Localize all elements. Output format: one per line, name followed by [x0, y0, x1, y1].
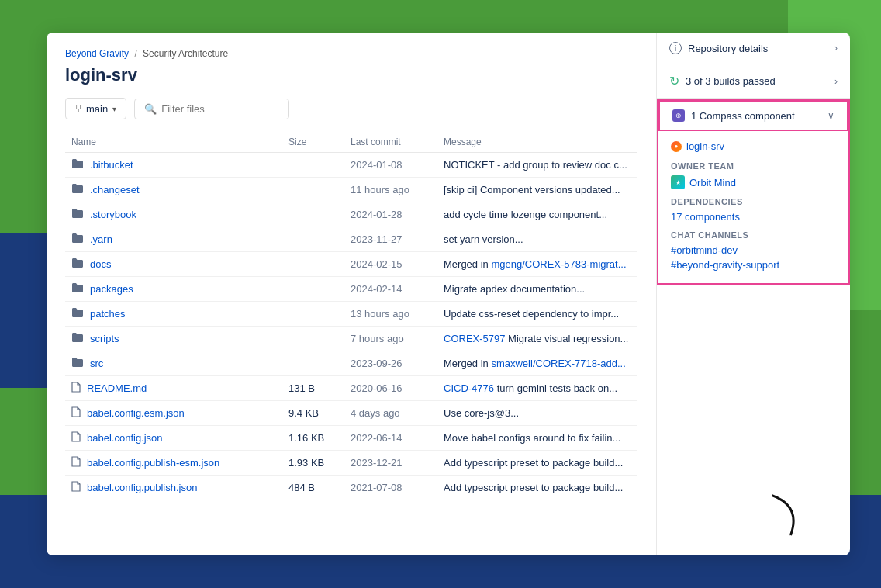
folder-icon [71, 183, 84, 196]
file-commit: 4 days ago [344, 401, 437, 426]
file-name-link[interactable]: .storybook [90, 209, 136, 220]
commit-link[interactable]: CICD-4776 [444, 382, 494, 394]
file-name-link[interactable]: babel.config.publish.json [87, 482, 197, 493]
chat-channels-label: Chat channels [671, 230, 836, 240]
file-name-link[interactable]: .bitbucket [90, 159, 133, 171]
file-name-link[interactable]: .changeset [90, 184, 140, 195]
table-row: babel.config.publish-esm.json1.93 KB2023… [65, 451, 637, 476]
file-message: Merged in smaxwell/COREX-7718-add... [437, 351, 637, 376]
file-commit: 2023-12-21 [344, 451, 437, 476]
file-name-link[interactable]: scripts [90, 333, 119, 344]
file-size [282, 302, 344, 327]
right-panel: i Repository details › ↻ 3 of 3 builds p… [656, 33, 850, 555]
file-message: Update css-reset dependency to impr... [437, 302, 637, 327]
owner-name-link[interactable]: Orbit Mind [689, 177, 736, 189]
file-icon [71, 382, 81, 395]
file-size: 9.4 KB [282, 401, 344, 426]
table-row: .storybook2024-01-28add cycle time lozen… [65, 202, 637, 227]
repo-details-left: i Repository details [669, 42, 768, 54]
file-size [282, 178, 344, 202]
builds-row[interactable]: ↻ 3 of 3 builds passed › [657, 64, 850, 99]
file-name-link[interactable]: babel.config.json [87, 432, 163, 444]
file-commit: 2024-01-08 [344, 153, 437, 178]
file-message: Add typescript preset to package build..… [437, 476, 637, 500]
file-message: COREX-5797 Migrate visual regression... [437, 327, 637, 351]
folder-icon [71, 233, 84, 246]
breadcrumb-section: Security Architecture [143, 48, 228, 59]
info-icon: i [669, 42, 682, 54]
file-commit: 2024-01-28 [344, 202, 437, 227]
breadcrumb: Beyond Gravity / Security Architecture [65, 48, 637, 59]
file-name-link[interactable]: packages [90, 283, 133, 295]
builds-left: ↻ 3 of 3 builds passed [669, 74, 776, 88]
commit-link[interactable]: smaxwell/COREX-7718-add... [491, 358, 625, 369]
file-commit: 2020-06-16 [344, 376, 437, 401]
folder-icon [71, 357, 84, 370]
file-name-link[interactable]: babel.config.esm.json [87, 407, 185, 419]
col-name-header: Name [65, 132, 282, 153]
file-name-link[interactable]: patches [90, 308, 126, 320]
file-name-link[interactable]: README.md [87, 382, 147, 394]
breadcrumb-org[interactable]: Beyond Gravity [65, 48, 129, 59]
owner-team-row: ★ Orbit Mind [671, 175, 836, 189]
file-size [282, 227, 344, 252]
file-size [282, 327, 344, 351]
owner-icon: ★ [671, 175, 685, 189]
file-size: 1.93 KB [282, 451, 344, 476]
folder-icon [71, 282, 84, 296]
search-input[interactable] [161, 103, 279, 115]
file-message: add cycle time lozenge component... [437, 202, 637, 227]
table-row: .changeset11 hours ago[skip ci] Componen… [65, 178, 637, 202]
repo-details-row[interactable]: i Repository details › [657, 33, 850, 64]
file-name-link[interactable]: src [90, 358, 103, 369]
repo-details-chevron-icon: › [834, 43, 838, 54]
branch-icon: ⑂ [75, 102, 81, 115]
file-name-link[interactable]: .yarn [90, 233, 112, 245]
file-message: Use core-js@3... [437, 401, 637, 426]
file-message: Merged in mgeng/COREX-5783-migrat... [437, 252, 637, 277]
file-icon [71, 481, 81, 494]
file-icon [71, 406, 81, 420]
file-name-link[interactable]: babel.config.publish-esm.json [87, 457, 219, 469]
col-message-header: Message [437, 132, 637, 153]
file-panel: Beyond Gravity / Security Architecture l… [47, 33, 656, 555]
file-size [282, 252, 344, 277]
file-name-link[interactable]: docs [90, 258, 111, 270]
table-row: packages2024-02-14Migrate apdex document… [65, 277, 637, 302]
chat-link-orbitmind[interactable]: #orbitmind-dev [671, 244, 836, 256]
repo-details-label: Repository details [688, 43, 768, 54]
builds-chevron-icon: › [834, 76, 838, 87]
svg-marker-0 [785, 529, 796, 541]
table-row: README.md131 B2020-06-16CICD-4776 turn g… [65, 376, 637, 401]
file-message: NOTICKET - add group to review doc c... [437, 153, 637, 178]
folder-icon [71, 208, 84, 221]
dependencies-link[interactable]: 17 components [671, 211, 836, 223]
file-commit: 13 hours ago [344, 302, 437, 327]
file-size [282, 351, 344, 376]
commit-link[interactable]: mgeng/COREX-5783-migrat... [491, 258, 626, 270]
branch-selector[interactable]: ⑂ main ▾ [65, 98, 126, 119]
compass-chevron-icon: ∨ [827, 110, 834, 121]
compass-header[interactable]: ⊕ 1 Compass component ∨ [658, 100, 848, 131]
file-commit: 2024-02-15 [344, 252, 437, 277]
file-commit: 2021-07-08 [344, 476, 437, 500]
file-size [282, 202, 344, 227]
branch-name: main [86, 103, 108, 115]
file-message: Move babel configs around to fix failin.… [437, 426, 637, 451]
file-size: 131 B [282, 376, 344, 401]
file-commit: 2022-06-14 [344, 426, 437, 451]
commit-link[interactable]: COREX-5797 [444, 333, 505, 344]
file-size: 484 B [282, 476, 344, 500]
breadcrumb-sep: / [134, 48, 136, 59]
col-size-header: Size [282, 132, 344, 153]
compass-icon: ⊕ [672, 109, 685, 122]
chat-link-beyond-gravity[interactable]: #beyond-gravity-support [671, 259, 836, 271]
file-commit: 7 hours ago [344, 327, 437, 351]
folder-icon [71, 258, 84, 271]
file-message: CICD-4776 turn gemini tests back on... [437, 376, 637, 401]
component-name-link[interactable]: login-srv [686, 140, 724, 152]
table-row: scripts7 hours agoCOREX-5797 Migrate vis… [65, 327, 637, 351]
compass-content: ● login-srv Owner team ★ Orbit Mind Depe… [658, 131, 848, 283]
component-icon: ● [671, 141, 682, 152]
file-message: [skip ci] Component versions updated... [437, 178, 637, 202]
